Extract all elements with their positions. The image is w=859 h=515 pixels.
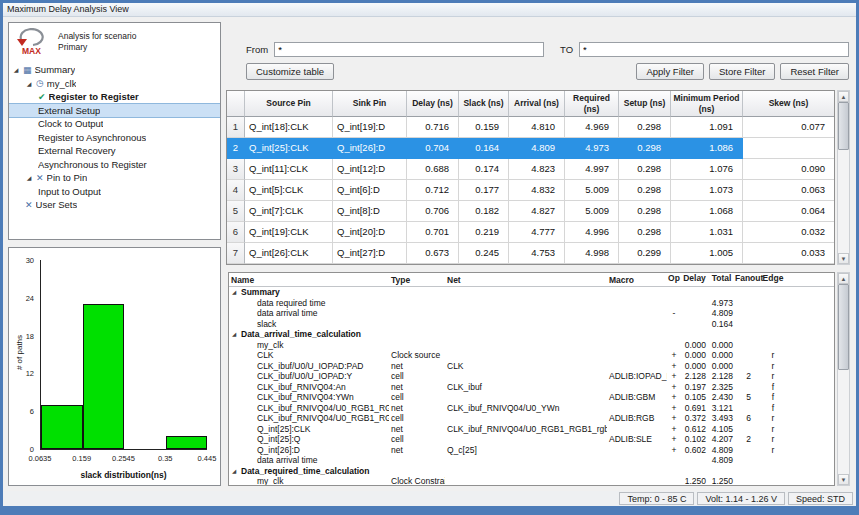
detail-cell-delay [681,329,708,340]
tree-item[interactable]: External Recovery [9,144,220,158]
detail-row[interactable]: ◢Summary [229,287,834,298]
tree-item[interactable]: Register to Asynchronous [9,131,220,145]
detail-col-op[interactable]: Op [667,273,681,287]
y-tick-label: 30 [26,256,34,265]
detail-row[interactable]: CLK_ibuf_RNIVQ04/U0_RGB1_RGB1:An net CLK… [229,403,834,414]
tree-item[interactable]: ✕ User Sets [9,198,220,212]
detail-cell-op: + [667,434,681,445]
tree-item[interactable]: ✔ Register to Register [9,90,220,104]
col-header-min-period[interactable]: Minimum Period (ns) [671,91,743,117]
detail-col-delay[interactable]: Delay [681,273,708,287]
detail-cell-type: cell [389,392,445,403]
cell-skew: 0.064 [743,201,834,222]
detail-cell-filler [784,445,834,456]
x-tick-label: 0.159 [72,454,91,463]
detail-row[interactable]: slack 0.164 [229,319,834,330]
detail-cell-fanout [735,287,762,298]
detail-col-fanout[interactable]: Fanout [735,273,762,287]
path-row[interactable]: 3 Q_int[11]:CLK Q_int[12]:D 0.688 0.174 … [227,159,834,180]
tree-item[interactable]: External Setup [9,104,220,118]
col-header-rownum[interactable] [227,91,245,117]
detail-name-text: data arrival time [257,308,317,318]
detail-row[interactable]: my_clk Clock Constraint 1.250 1.250 [229,476,834,486]
from-input[interactable] [274,42,544,57]
tree-item[interactable]: ◢ ✕ Pin to Pin [9,171,220,185]
detail-cell-type: net [389,382,445,393]
reset-filter-button[interactable]: Reset Filter [780,63,849,80]
cell-sink-pin: Q_int[20]:D [333,222,407,243]
detail-row[interactable]: CLK_ibuf_RNIVQ04:An net CLK_ibuf + 0.197… [229,382,834,393]
scrollbar-track[interactable] [838,102,849,253]
paths-table-scrollbar[interactable]: ▲ ▼ [837,90,850,265]
path-row[interactable]: 2 Q_int[25]:CLK Q_int[26]:D 0.704 0.164 … [227,138,834,159]
detail-row[interactable]: CLK_ibuf_RNIVQ04/U0_RGB1_RGB1:YL cell AD… [229,413,834,424]
detail-cell-fanout [735,319,762,330]
detail-row[interactable]: Q_int[25]:Q cell ADLIB:SLE + 0.102 4.207… [229,434,834,445]
detail-row[interactable]: Q_int[25]:CLK net CLK_ibuf_RNIVQ04/U0_RG… [229,424,834,435]
detail-table-scrollbar[interactable]: ▲ ▼ [837,272,850,486]
path-row[interactable]: 4 Q_int[5]:CLK Q_int[6]:D 0.712 0.177 4.… [227,180,834,201]
store-filter-button[interactable]: Store Filter [709,63,775,80]
detail-row[interactable]: ◢Data_required_time_calculation [229,466,834,477]
to-input[interactable] [579,42,849,57]
detail-row[interactable]: CLK Clock source + 0.000 0.000 r [229,350,834,361]
detail-cell-filler [784,392,834,403]
path-row[interactable]: 7 Q_int[26]:CLK Q_int[27]:D 0.673 0.245 … [227,243,834,264]
cell-skew: 0.063 [743,180,834,201]
detail-cell-type: net [389,403,445,414]
col-header-delay[interactable]: Delay (ns) [407,91,459,117]
detail-row[interactable]: my_clk 0.000 0.000 [229,340,834,351]
detail-col-total[interactable]: Total [708,273,735,287]
detail-col-name[interactable]: Name [229,273,389,287]
detail-cell-delay [681,287,708,298]
detail-col-type[interactable]: Type [389,273,445,287]
scrollbar-thumb[interactable] [838,284,849,370]
detail-col-net[interactable]: Net [445,273,607,287]
tree-expand-arrow-icon[interactable]: ◢ [25,174,33,181]
left-column: MAX Analysis for scenario Primary ◢ ▦ [8,22,221,486]
col-header-arrival[interactable]: Arrival (ns) [509,91,565,117]
scroll-down-icon[interactable]: ▼ [838,474,849,485]
detail-row[interactable]: Q_int[26]:D net Q_c[25] + 0.602 4.809 r [229,445,834,456]
tree-item[interactable]: Input to Output [9,185,220,199]
tree-item[interactable]: ◢ ▦ Summary [9,63,220,77]
apply-filter-button[interactable]: Apply Filter [636,63,704,80]
path-row[interactable]: 1 Q_int[18]:CLK Q_int[19]:D 0.716 0.159 … [227,117,834,138]
detail-row[interactable]: CLK_ibuf/U0/U_IOPAD:PAD net CLK + 0.000 … [229,361,834,372]
path-row[interactable]: 6 Q_int[19]:CLK Q_int[20]:D 0.701 0.219 … [227,222,834,243]
tree-expand-arrow-icon[interactable]: ◢ [25,80,33,87]
detail-row[interactable]: data required time 4.973 [229,298,834,309]
detail-name-text: Data_arrival_time_calculation [241,329,361,339]
detail-row[interactable]: CLK_ibuf_RNIVQ04:YWn cell ADLIB:GBM + 0.… [229,392,834,403]
tree-expand-arrow-icon[interactable]: ◢ [12,66,20,73]
col-header-sink-pin[interactable]: Sink Pin [333,91,407,117]
cell-slack: 0.219 [459,222,509,243]
detail-col-edge[interactable]: Edge [762,273,784,287]
to-label: TO [560,44,573,55]
col-header-required[interactable]: Required (ns) [565,91,619,117]
tree-item[interactable]: Clock to Output [9,117,220,131]
col-header-setup[interactable]: Setup (ns) [619,91,671,117]
detail-row[interactable]: ◢Data_arrival_time_calculation [229,329,834,340]
col-header-slack[interactable]: Slack (ns) [459,91,509,117]
col-header-skew[interactable]: Skew (ns) [743,91,834,117]
detail-cell-macro: ADLIB:RGB [607,413,667,424]
detail-row[interactable]: data arrival time - 4.809 [229,308,834,319]
detail-cell-macro [607,382,667,393]
scrollbar-thumb[interactable] [838,102,849,150]
scroll-up-icon[interactable]: ▲ [838,273,849,284]
scroll-down-icon[interactable]: ▼ [838,253,849,264]
detail-row[interactable]: data arrival time 4.809 [229,455,834,466]
detail-cell-filler [784,329,834,340]
tree-item[interactable]: ◢ ◷ my_clk [9,77,220,91]
detail-row[interactable]: CLK_ibuf/U0/U_IOPAD:Y cell ADLIB:IOPAD_I… [229,371,834,382]
customize-table-button[interactable]: Customize table [246,63,334,80]
scroll-up-icon[interactable]: ▲ [838,91,849,102]
detail-cell-macro: ADLIB:IOPAD_IN [607,371,667,382]
col-header-source-pin[interactable]: Source Pin [245,91,333,117]
detail-col-macro[interactable]: Macro [607,273,667,287]
detail-cell-name: CLK_ibuf/U0/U_IOPAD:Y [229,371,389,382]
scrollbar-track[interactable] [838,284,849,474]
path-row[interactable]: 5 Q_int[7]:CLK Q_int[8]:D 0.706 0.182 4.… [227,201,834,222]
tree-item[interactable]: Asynchronous to Register [9,158,220,172]
